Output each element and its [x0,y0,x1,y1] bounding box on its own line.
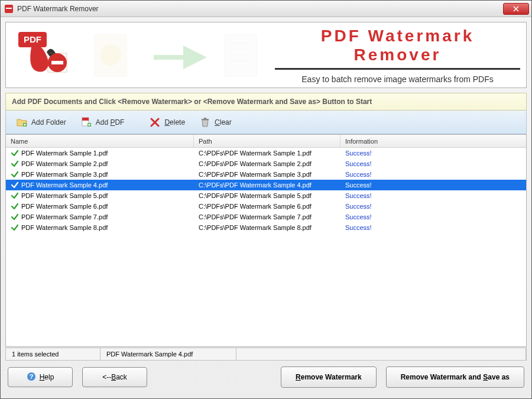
table-row[interactable]: PDF Watermark Sample 8.pdfC:\PDFs\PDF Wa… [6,222,526,233]
svg-rect-4 [51,61,63,64]
delete-x-icon [149,116,161,128]
column-info[interactable]: Information [340,135,526,147]
close-button[interactable] [503,3,529,15]
toolbar: Add Folder Add PDF Delete Clear [5,111,527,134]
remove-watermark-button[interactable]: Remove Watermark [281,366,377,388]
delete-label: Delete [164,118,185,126]
banner-title: PDF Watermark Remover [275,27,520,64]
folder-plus-icon [16,116,28,128]
window-title: PDF Watermark Remover [17,5,503,13]
instruction-bar: Add PDF Documents and Click <Remove Wate… [5,93,527,111]
svg-rect-18 [204,118,206,119]
row-path: C:\PDFs\PDF Watermark Sample 3.pdf [194,171,340,178]
row-name: PDF Watermark Sample 8.pdf [21,224,108,231]
row-info: Success! [340,150,526,157]
help-icon: ? [27,372,36,383]
checkmark-icon [11,170,19,179]
add-folder-button[interactable]: Add Folder [9,113,73,131]
checkmark-icon [11,213,19,221]
column-path[interactable]: Path [194,135,340,147]
remove-watermark-label: Remove Watermark [296,373,362,381]
row-info: Success! [340,203,526,210]
row-name: PDF Watermark Sample 1.pdf [21,150,108,157]
svg-rect-15 [82,118,89,121]
row-info: Success! [340,192,526,199]
svg-rect-1 [6,8,12,9]
checkmark-icon [11,181,19,189]
status-bar: 1 items selected PDF Watermark Sample 4.… [5,348,527,361]
svg-point-7 [100,44,121,66]
banner-logo-area: PDF [6,22,86,87]
content-area: PDF [1,17,531,398]
svg-text:?: ? [29,373,33,380]
add-folder-label: Add Folder [31,118,66,126]
app-icon [4,4,14,14]
clear-label: Clear [215,118,232,126]
titlebar[interactable]: PDF Watermark Remover [1,1,531,17]
row-path: C:\PDFs\PDF Watermark Sample 2.pdf [194,160,340,167]
window-frame: PDF Watermark Remover PDF [0,0,532,399]
row-name: PDF Watermark Sample 5.pdf [21,192,108,199]
svg-rect-17 [202,119,209,120]
table-row[interactable]: PDF Watermark Sample 7.pdfC:\PDFs\PDF Wa… [6,212,526,222]
remove-save-label: Remove Watermark and Save as [401,373,510,381]
table-row[interactable]: PDF Watermark Sample 4.pdfC:\PDFs\PDF Wa… [6,180,526,190]
row-name: PDF Watermark Sample 6.pdf [21,203,108,210]
row-info: Success! [340,224,526,231]
checkmark-icon [11,202,19,210]
help-button[interactable]: ? Help [8,367,73,387]
clear-button[interactable]: Clear [193,113,238,131]
row-info: Success! [340,213,526,220]
checkmark-icon [11,149,19,157]
banner: PDF [5,22,527,88]
delete-button[interactable]: Delete [142,113,192,131]
checkmark-icon [11,223,19,232]
back-button[interactable]: <--Back [82,367,147,387]
row-path: C:\PDFs\PDF Watermark Sample 7.pdf [194,213,340,220]
column-name[interactable]: Name [6,135,194,147]
row-info: Success! [340,181,526,189]
remove-save-button[interactable]: Remove Watermark and Save as [386,366,524,388]
row-name: PDF Watermark Sample 3.pdf [21,171,108,178]
status-file: PDF Watermark Sample 4.pdf [100,348,236,360]
row-path: C:\PDFs\PDF Watermark Sample 1.pdf [194,150,340,157]
table-row[interactable]: PDF Watermark Sample 6.pdfC:\PDFs\PDF Wa… [6,201,526,212]
back-label: <--Back [102,373,127,381]
row-name: PDF Watermark Sample 2.pdf [21,160,108,167]
trash-icon [199,116,211,128]
status-spacer [236,348,526,360]
list-body[interactable]: PDF Watermark Sample 1.pdfC:\PDFs\PDF Wa… [6,148,526,346]
add-pdf-button[interactable]: Add PDF [74,113,131,131]
status-count: 1 items selected [6,348,100,360]
bottom-bar: ? Help <--Back Remove Watermark Remove W… [5,361,527,394]
table-row[interactable]: PDF Watermark Sample 3.pdfC:\PDFs\PDF Wa… [6,169,526,180]
row-name: PDF Watermark Sample 4.pdf [21,181,108,189]
table-row[interactable]: PDF Watermark Sample 2.pdfC:\PDFs\PDF Wa… [6,158,526,169]
row-path: C:\PDFs\PDF Watermark Sample 6.pdf [194,203,340,210]
row-info: Success! [340,171,526,178]
file-list: Name Path Information PDF Watermark Samp… [5,134,527,347]
checkmark-icon [11,192,19,200]
row-path: C:\PDFs\PDF Watermark Sample 8.pdf [194,224,340,231]
help-label: Help [40,373,54,381]
svg-rect-8 [225,35,257,76]
banner-divider [275,68,520,70]
row-name: PDF Watermark Sample 7.pdf [21,213,108,220]
table-row[interactable]: PDF Watermark Sample 5.pdfC:\PDFs\PDF Wa… [6,190,526,201]
row-path: C:\PDFs\PDF Watermark Sample 4.pdf [194,181,340,189]
row-info: Success! [340,160,526,167]
table-row[interactable]: PDF Watermark Sample 1.pdfC:\PDFs\PDF Wa… [6,148,526,158]
pdf-plus-icon [80,116,92,128]
banner-subtitle: Easy to batch remove image watermarks fr… [275,74,520,84]
checkmark-icon [11,160,19,168]
pdf-badge-text: PDF [24,34,41,44]
list-header: Name Path Information [6,135,526,148]
banner-graphic [86,22,275,87]
row-path: C:\PDFs\PDF Watermark Sample 5.pdf [194,192,340,199]
add-pdf-label: Add PDF [96,118,125,126]
banner-text: PDF Watermark Remover Easy to batch remo… [275,22,526,87]
